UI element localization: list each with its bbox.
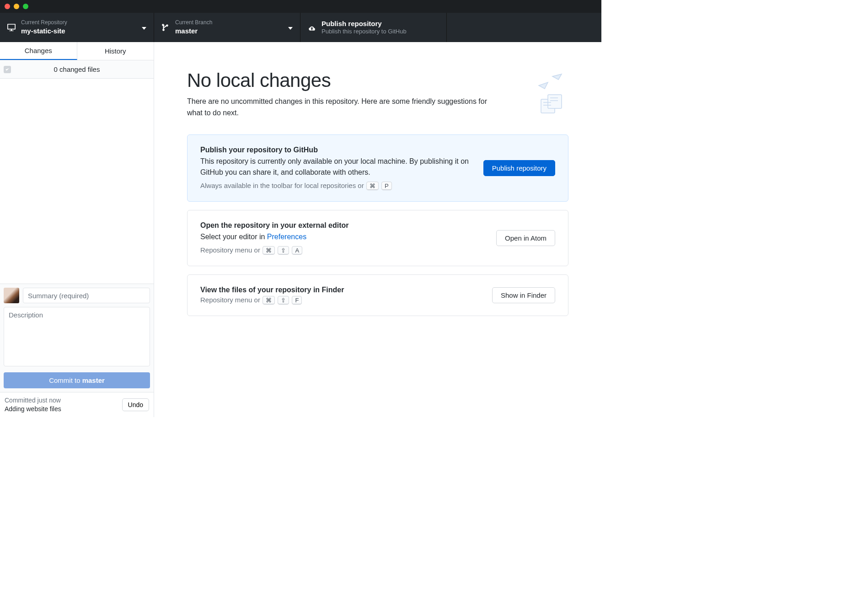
branch-label: Current Branch xyxy=(175,19,212,27)
cloud-upload-icon xyxy=(308,23,316,32)
undo-committed-label: Committed just now xyxy=(5,396,61,405)
undo-commit-bar: Committed just now Adding website files … xyxy=(0,392,154,417)
card-hint: Repository menu or ⌘ ⇧ A xyxy=(200,246,485,255)
tab-changes[interactable]: Changes xyxy=(0,42,77,60)
tab-history[interactable]: History xyxy=(77,42,154,60)
commit-button[interactable]: Commit to master xyxy=(4,372,150,388)
window-minimize-button[interactable] xyxy=(14,4,19,9)
changes-list xyxy=(0,79,154,284)
card-desc: This repository is currently only availa… xyxy=(200,156,472,178)
window-maximize-button[interactable] xyxy=(23,4,28,9)
suggestion-card-finder: View the files of your repository in Fin… xyxy=(187,274,568,316)
suggestion-card-publish: Publish your repository to GitHub This r… xyxy=(187,134,568,202)
commit-description-input[interactable] xyxy=(4,307,150,366)
chevron-down-icon xyxy=(133,24,146,31)
show-in-finder-button[interactable]: Show in Finder xyxy=(492,287,555,303)
suggestion-card-editor: Open the repository in your external edi… xyxy=(187,210,568,266)
open-in-atom-button[interactable]: Open in Atom xyxy=(496,230,555,246)
kbd-cmd: ⌘ xyxy=(366,182,379,190)
page-subtitle: There are no uncommitted changes in this… xyxy=(187,96,504,119)
repo-name: my-static-site xyxy=(21,27,67,36)
window-titlebar xyxy=(0,0,601,13)
kbd-p: P xyxy=(381,182,392,190)
publish-repository-toolbar-button[interactable]: Publish repository Publish this reposito… xyxy=(300,13,447,42)
undo-button[interactable]: Undo xyxy=(122,398,149,411)
branch-name: master xyxy=(175,27,212,36)
page-title: No local changes xyxy=(187,70,504,91)
desktop-icon xyxy=(7,23,16,32)
kbd-shift: ⇧ xyxy=(278,246,289,255)
publish-repository-button[interactable]: Publish repository xyxy=(483,160,555,176)
publish-desc: Publish this repository to GitHub xyxy=(321,28,407,36)
changed-files-count: 0 changed files xyxy=(54,65,100,73)
commit-form: Commit to master xyxy=(0,284,154,392)
sidebar: Changes History 0 changed files Commit t… xyxy=(0,42,154,417)
kbd-f: F xyxy=(292,296,302,305)
check-icon xyxy=(5,68,10,71)
publish-label: Publish repository xyxy=(321,19,407,28)
card-title: View the files of your repository in Fin… xyxy=(200,286,481,294)
select-all-checkbox[interactable] xyxy=(4,66,11,73)
commit-summary-input[interactable] xyxy=(23,288,150,303)
window-close-button[interactable] xyxy=(5,4,10,9)
card-hint: Repository menu or ⌘ ⇧ F xyxy=(200,296,481,305)
changed-files-header: 0 changed files xyxy=(0,60,154,79)
kbd-shift: ⇧ xyxy=(278,296,289,305)
repo-label: Current Repository xyxy=(21,19,67,27)
paper-planes-illustration xyxy=(518,70,568,120)
app-toolbar: Current Repository my-static-site Curren… xyxy=(0,13,601,42)
card-hint: Always available in the toolbar for loca… xyxy=(200,182,472,190)
avatar xyxy=(4,288,19,303)
kbd-cmd: ⌘ xyxy=(263,246,275,255)
main-panel: No local changes There are no uncommitte… xyxy=(154,42,601,417)
chevron-down-icon xyxy=(279,24,293,31)
svg-rect-1 xyxy=(548,95,562,108)
preferences-link[interactable]: Preferences xyxy=(267,233,306,241)
card-title: Publish your repository to GitHub xyxy=(200,146,472,154)
sidebar-tabs: Changes History xyxy=(0,42,154,60)
current-repository-dropdown[interactable]: Current Repository my-static-site xyxy=(0,13,154,42)
undo-commit-message: Adding website files xyxy=(5,405,61,413)
kbd-cmd: ⌘ xyxy=(263,296,275,305)
branch-icon xyxy=(161,23,170,32)
current-branch-dropdown[interactable]: Current Branch master xyxy=(154,13,300,42)
card-title: Open the repository in your external edi… xyxy=(200,221,485,230)
kbd-a: A xyxy=(292,246,302,255)
card-desc: Select your editor in Preferences xyxy=(200,231,485,242)
